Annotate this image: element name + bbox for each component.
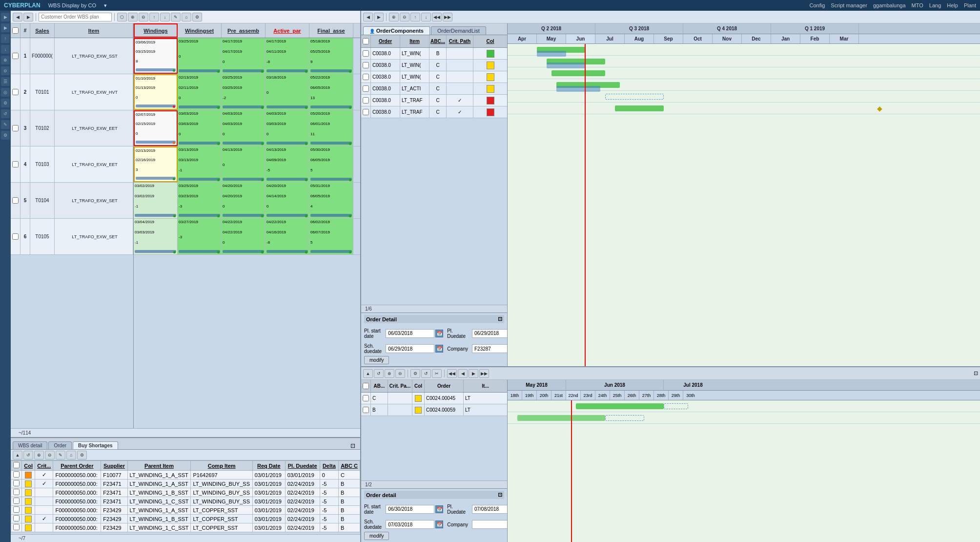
rt2-6[interactable]: ↺ xyxy=(421,369,431,378)
bottom-row-5[interactable]: F000000050.000: F23429 LT_WINDING_1_A_SS… xyxy=(11,506,360,515)
mto-link[interactable]: MTO xyxy=(912,2,923,8)
bt-chk-2[interactable] xyxy=(11,479,22,488)
wbs-left-row-3[interactable]: 3 T0102 LT_TRAFO_EXW_EET xyxy=(11,110,133,146)
sidebar-nav-10[interactable]: ↺ xyxy=(1,109,10,118)
script-manager-link[interactable]: Script manager xyxy=(831,2,867,8)
th-parent-item[interactable]: Parent Item xyxy=(127,461,191,471)
th-col[interactable]: Col xyxy=(22,461,35,471)
wbs-left-row-4[interactable]: 4 T0103 LT_TRAFO_EXW_EET xyxy=(11,146,133,183)
gantt-col-hdr-activepar[interactable]: Active_par xyxy=(265,23,309,38)
rt-7[interactable]: ◀◀ xyxy=(432,13,442,21)
toolbar-btn-7[interactable]: ↓ xyxy=(160,13,170,21)
toolbar-btn-3[interactable]: ⬡ xyxy=(117,13,127,21)
bottom-order-select-all[interactable] xyxy=(363,383,369,389)
rt2-9[interactable]: ◀ xyxy=(458,369,468,378)
order-detail-expand[interactable]: ⊡ xyxy=(498,316,502,322)
gantt-cell-3-4[interactable]: 04/03/2019 03/03/2019 0 xyxy=(265,110,309,146)
row-checkbox-1[interactable] xyxy=(11,38,20,74)
gantt-cell-2-4[interactable]: 03/18/2019 0 xyxy=(265,74,309,110)
rt2-1[interactable]: ▲ xyxy=(363,369,373,378)
rt2-11[interactable]: ▶▶ xyxy=(479,369,489,378)
pl-due-value[interactable]: 06/29/2018 xyxy=(472,329,508,338)
rt2-10[interactable]: ▶ xyxy=(469,369,478,378)
bottom-row-4[interactable]: F000000050.000: F23471 LT_WINDING_1_C_SS… xyxy=(11,497,360,506)
gantt-cell-2-1[interactable]: 01/10/2019 01/13/2019 0 xyxy=(134,74,178,110)
or-chk-2[interactable] xyxy=(361,60,371,71)
order-row-top-4[interactable]: C0038.0 LT_ACTI C xyxy=(361,83,507,95)
sidebar-nav-4[interactable]: ↓ xyxy=(1,45,10,54)
sidebar-nav-11[interactable]: ✎ xyxy=(1,120,10,129)
rt-4[interactable]: ⊖ xyxy=(400,13,409,21)
gantt-col-hdr-finalasse[interactable]: Final_asse xyxy=(309,23,353,38)
modify-button-bottom[interactable]: modify xyxy=(364,532,389,540)
gantt-cell-4-4[interactable]: 04/13/2019 04/09/2019 -5 xyxy=(265,146,309,182)
gantt-cell-6-5[interactable]: 06/02/2019 06/07/2019 5 xyxy=(309,219,353,254)
rt2-2[interactable]: ↺ xyxy=(374,369,384,378)
rt-6[interactable]: ↓ xyxy=(421,13,431,21)
gantt-cell-6-1[interactable]: 03/04/2019 03/03/2019 -1 xyxy=(134,219,178,254)
help-link[interactable]: Help xyxy=(947,2,958,8)
gantt-cell-4-5[interactable]: 05/30/2019 06/05/2019 5 xyxy=(309,146,353,182)
wbs-left-row-2[interactable]: 2 T0101 LT_TRAFO_EXW_HVT xyxy=(11,74,133,110)
or-chk-1[interactable] xyxy=(361,48,371,59)
ocol-hdr-abc[interactable]: ABC... xyxy=(429,35,447,47)
order-row-bottom-2[interactable]: B C0024.00059 LT xyxy=(361,404,507,416)
rt-2[interactable]: ▶ xyxy=(374,13,384,21)
row-checkbox-3[interactable] xyxy=(11,110,20,146)
or-chk-3[interactable] xyxy=(361,71,371,83)
row-checkbox-5[interactable] xyxy=(11,183,20,218)
or-chk-5[interactable] xyxy=(361,95,371,106)
plant-link[interactable]: Plant xyxy=(964,2,976,8)
gantt-col-hdr-windings[interactable]: Windings xyxy=(134,23,178,38)
rt2-expand[interactable]: ⊡ xyxy=(974,370,978,376)
ocol-hdr-order[interactable]: Order xyxy=(371,35,400,47)
gantt-cell-1-1[interactable]: 03/06/2019 03/15/2019 8 xyxy=(134,38,178,74)
b-pl-start-value[interactable]: 06/30/2018 xyxy=(386,505,434,514)
th-supplier[interactable]: Supplier xyxy=(101,461,127,471)
sidebar-nav-7[interactable]: ☰ xyxy=(1,77,10,86)
bt-2[interactable]: ↺ xyxy=(23,451,33,459)
sidebar-nav-5[interactable]: ⊕ xyxy=(1,56,10,64)
sidebar-nav-6[interactable]: ⊖ xyxy=(1,66,10,75)
th-parent-order[interactable]: Parent Order xyxy=(53,461,101,471)
bcol-hdr-ab[interactable]: AB... xyxy=(371,380,388,392)
sidebar-nav-9[interactable]: ⚙ xyxy=(1,99,10,107)
gantt-cell-3-3[interactable]: 04/03/2019 04/03/2019 0 xyxy=(222,110,265,146)
toolbar-btn-2[interactable]: ▶ xyxy=(23,13,33,21)
b-pl-due-value[interactable]: 07/08/2018 xyxy=(472,505,508,514)
br-chk-2[interactable] xyxy=(361,404,371,416)
gantt-cell-3-5[interactable]: 05/20/2019 06/01/2019 11 xyxy=(309,110,353,146)
modify-button-top[interactable]: modify xyxy=(364,356,389,364)
gantt-cell-2-3[interactable]: 03/25/2019 03/25/2019 -2 xyxy=(222,74,265,110)
th-delta[interactable]: Delta xyxy=(320,461,338,471)
sidebar-nav-2[interactable]: ▶ xyxy=(1,23,10,32)
gantt-cell-5-1[interactable]: 03/02/2019 03/02/2019 -1 xyxy=(134,183,178,218)
th-abc[interactable]: ABC C xyxy=(339,461,360,471)
ocol-hdr-item[interactable]: Item xyxy=(400,35,429,47)
tab-order-demand[interactable]: OrderDemandList xyxy=(431,26,486,35)
toolbar-btn-1[interactable]: ◀ xyxy=(13,13,22,21)
bt-7[interactable]: ⚙ xyxy=(77,451,87,459)
gantt-cell-3-2[interactable]: 03/03/2019 03/03/2019 0 xyxy=(178,110,222,146)
bt-chk-6[interactable] xyxy=(11,515,22,523)
toolbar-btn-9[interactable]: ⌂ xyxy=(182,13,191,21)
rt2-3[interactable]: ⊕ xyxy=(385,369,394,378)
gantt-cell-1-3[interactable]: 04/17/2019 04/17/2019 0 xyxy=(222,38,265,74)
gantt-cell-3-1[interactable]: 02/07/2019 02/15/2019 0 xyxy=(134,110,178,146)
or-chk-4[interactable] xyxy=(361,83,371,94)
bt-chk-4[interactable] xyxy=(11,497,22,506)
gantt-cell-6-3[interactable]: 04/22/2019 04/22/2019 0 xyxy=(222,219,265,254)
gantt-cell-5-2[interactable]: 03/25/2019 03/23/2019 -3 xyxy=(178,183,222,218)
gantt-cell-2-5[interactable]: 05/22/2019 06/05/2019 13 xyxy=(309,74,353,110)
pl-start-value[interactable]: 06/03/2018 xyxy=(386,329,434,338)
gantt-cell-4-2[interactable]: 03/13/2019 03/13/2019 -1 xyxy=(178,146,222,182)
rt2-5[interactable]: ⚙ xyxy=(410,369,420,378)
or-chk-6[interactable] xyxy=(361,106,371,118)
toolbar-btn-5[interactable]: ⊖ xyxy=(139,13,148,21)
tab-buy-shortages[interactable]: Buy Shortages xyxy=(73,441,118,449)
sch-due-calendar-icon[interactable]: 📅 xyxy=(435,345,443,353)
sidebar-nav-1[interactable]: ▶ xyxy=(1,13,10,21)
bottom-expand-btn[interactable]: ⊡ xyxy=(347,442,358,449)
b-company-value[interactable] xyxy=(472,520,508,529)
bt-chk-5[interactable] xyxy=(11,506,22,515)
